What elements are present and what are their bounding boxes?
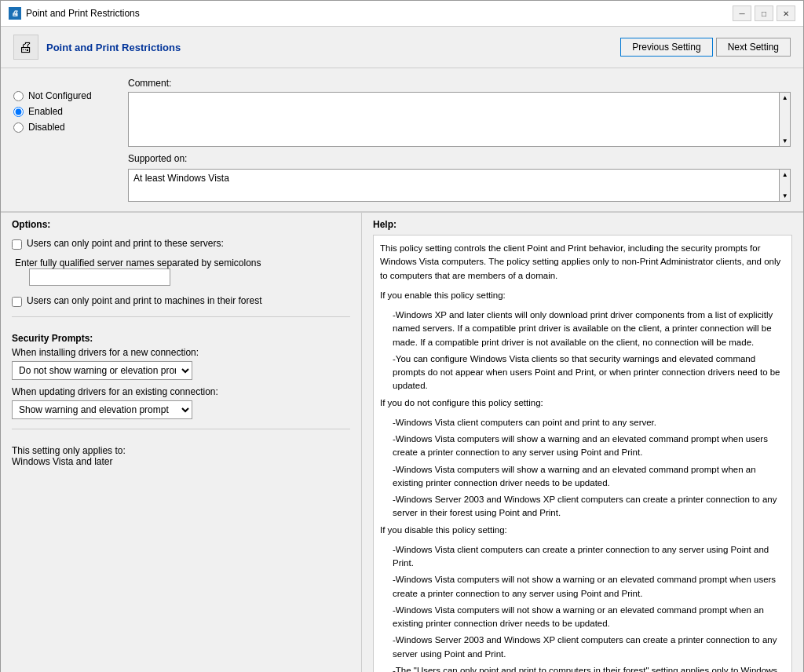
new-connection-dropdown-wrapper: Do not show warning or elevation prompt … xyxy=(12,361,350,380)
help-para-1: This policy setting controls the client … xyxy=(380,242,785,283)
update-connection-label: When updating drivers for an existing co… xyxy=(12,386,350,397)
title-bar-left: 🖨 Point and Print Restrictions xyxy=(9,7,140,20)
applies-section: This setting only applies to: Windows Vi… xyxy=(12,445,350,467)
new-connection-label: When installing drivers for a new connec… xyxy=(12,347,350,358)
comment-textarea-wrapper: ▲ ▼ xyxy=(128,92,791,147)
disabled-radio[interactable] xyxy=(13,122,24,133)
supported-scroll-down[interactable]: ▼ xyxy=(782,192,788,199)
update-connection-dropdown-wrapper: Do not show warning or elevation prompt … xyxy=(12,400,350,419)
comment-textarea[interactable] xyxy=(128,92,780,147)
applies-value: Windows Vista and later xyxy=(12,456,350,467)
servers-checkbox-item: Users can only point and print to these … xyxy=(12,238,350,250)
not-configured-label: Not Configured xyxy=(28,90,92,101)
divider-2 xyxy=(12,429,350,429)
help-para-7: -Windows Vista computers will show a war… xyxy=(393,433,785,460)
title-controls: ─ □ ✕ xyxy=(733,5,795,21)
close-button[interactable]: ✕ xyxy=(777,5,795,21)
not-configured-radio[interactable] xyxy=(13,91,24,101)
radio-group: Not Configured Enabled Disabled xyxy=(13,78,115,202)
comment-section: Comment: ▲ ▼ xyxy=(128,78,791,147)
help-para-9: -Windows Server 2003 and Windows XP clie… xyxy=(393,493,785,520)
servers-text-input[interactable] xyxy=(29,268,170,286)
previous-setting-button[interactable]: Previous Setting xyxy=(620,38,712,57)
help-title: Help: xyxy=(373,219,792,230)
options-title: Options: xyxy=(12,219,350,230)
help-para-2: If you enable this policy setting: xyxy=(380,289,785,302)
help-para-5: If you do not configure this policy sett… xyxy=(380,396,785,410)
supported-label: Supported on: xyxy=(128,153,791,166)
new-connection-dropdown[interactable]: Do not show warning or elevation prompt … xyxy=(12,361,192,380)
help-panel: Help: This policy setting controls the c… xyxy=(362,213,803,672)
minimize-button[interactable]: ─ xyxy=(733,5,751,21)
help-para-11: -Windows Vista client computers can crea… xyxy=(393,543,785,571)
window-icon: 🖨 xyxy=(9,7,21,20)
help-para-4: -You can configure Windows Vista clients… xyxy=(393,352,785,393)
comment-scroll-down[interactable]: ▼ xyxy=(782,137,788,144)
right-top-section: Comment: ▲ ▼ Supported on: At least Wind… xyxy=(128,78,791,202)
dialog-header-left: 🖨 Point and Print Restrictions xyxy=(13,35,181,60)
supported-box: At least Windows Vista xyxy=(128,169,780,202)
servers-checkbox[interactable] xyxy=(12,239,22,250)
not-configured-option[interactable]: Not Configured xyxy=(13,90,115,101)
security-title: Security Prompts: xyxy=(12,333,350,344)
maximize-button[interactable]: □ xyxy=(755,5,773,21)
help-para-3: -Windows XP and later clients will only … xyxy=(393,309,785,349)
comment-scrollbar: ▲ ▼ xyxy=(780,92,791,147)
options-panel: Options: Users can only point and print … xyxy=(1,213,362,672)
enabled-label: Enabled xyxy=(28,106,63,117)
supported-value: At least Windows Vista xyxy=(133,173,229,184)
dialog-title: Point and Print Restrictions xyxy=(46,42,181,53)
title-bar: 🖨 Point and Print Restrictions ─ □ ✕ xyxy=(1,1,803,27)
enabled-option[interactable]: Enabled xyxy=(13,106,115,117)
nav-buttons: Previous Setting Next Setting xyxy=(620,38,791,57)
dialog-header: 🖨 Point and Print Restrictions Previous … xyxy=(1,27,803,68)
window-title: Point and Print Restrictions xyxy=(26,8,140,19)
main-section: Options: Users can only point and print … xyxy=(1,212,803,672)
help-para-13: -Windows Vista computers will not show a… xyxy=(393,604,785,631)
top-section: Not Configured Enabled Disabled Comment:… xyxy=(1,68,803,212)
help-content[interactable]: This policy setting controls the client … xyxy=(373,235,792,672)
comment-label: Comment: xyxy=(128,78,791,89)
help-para-12: -Windows Vista computers will not show a… xyxy=(393,573,785,601)
applies-title: This setting only applies to: xyxy=(12,445,350,456)
servers-checkbox-label: Users can only point and print to these … xyxy=(27,238,224,249)
forest-checkbox-item: Users can only point and print to machin… xyxy=(12,295,350,307)
disabled-option[interactable]: Disabled xyxy=(13,122,115,133)
security-section: Security Prompts: When installing driver… xyxy=(12,333,350,419)
main-window: 🖨 Point and Print Restrictions ─ □ ✕ 🖨 P… xyxy=(0,0,804,672)
servers-input-section: Enter fully qualified server names separ… xyxy=(15,254,350,286)
supported-section: Supported on: At least Windows Vista ▲ ▼ xyxy=(128,153,791,202)
help-para-8: -Windows Vista computers will show a war… xyxy=(393,463,785,491)
supported-box-wrapper: At least Windows Vista ▲ ▼ xyxy=(128,169,791,202)
update-connection-dropdown[interactable]: Do not show warning or elevation prompt … xyxy=(12,400,192,419)
help-para-14: -Windows Server 2003 and Windows XP clie… xyxy=(393,634,785,661)
comment-scroll-up[interactable]: ▲ xyxy=(782,94,788,101)
next-setting-button[interactable]: Next Setting xyxy=(716,38,791,57)
help-para-6: -Windows Vista client computers can poin… xyxy=(393,416,785,429)
help-para-15: -The "Users can only point and print to … xyxy=(393,664,785,672)
divider-1 xyxy=(12,316,350,317)
disabled-label: Disabled xyxy=(28,122,65,133)
forest-checkbox-label: Users can only point and print to machin… xyxy=(27,295,261,306)
forest-checkbox[interactable] xyxy=(12,297,22,307)
servers-input-description: Enter fully qualified server names separ… xyxy=(15,257,350,268)
help-para-10: If you disable this policy setting: xyxy=(380,524,785,537)
enabled-radio[interactable] xyxy=(13,107,24,117)
supported-scrollbar: ▲ ▼ xyxy=(780,169,791,202)
policy-icon: 🖨 xyxy=(13,35,38,60)
supported-scroll-up[interactable]: ▲ xyxy=(782,171,788,178)
